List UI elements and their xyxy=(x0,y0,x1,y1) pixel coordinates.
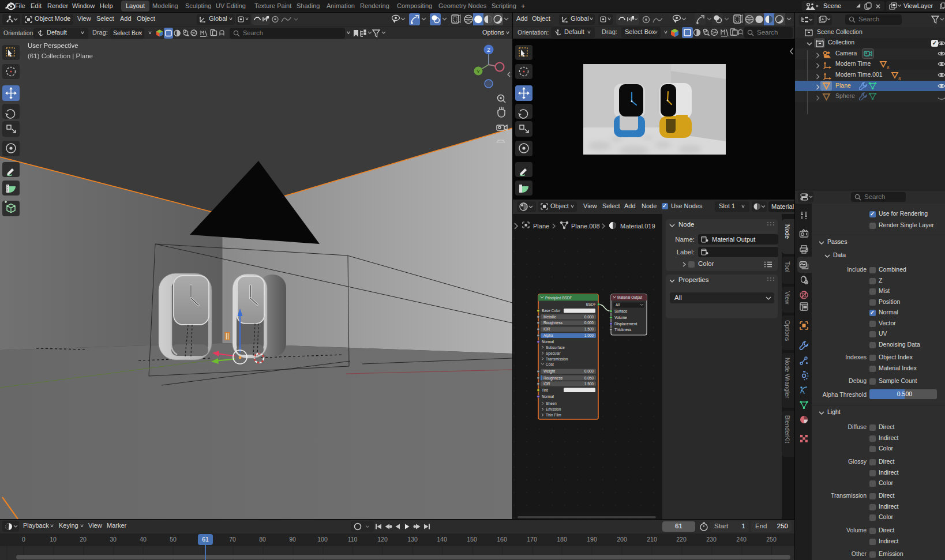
svg-text:8: 8 xyxy=(887,65,890,70)
svg-text:Plane.008: Plane.008 xyxy=(571,223,600,230)
svg-text:All: All xyxy=(616,303,620,307)
svg-text:Material Output: Material Output xyxy=(617,295,642,300)
svg-text:Roughness: Roughness xyxy=(543,321,563,325)
svg-text:IOR: IOR xyxy=(543,382,550,386)
svg-text:Thin Film: Thin Film xyxy=(546,413,561,417)
svg-text:(61) Collection | Plane: (61) Collection | Plane xyxy=(28,52,93,59)
svg-text:Sheen: Sheen xyxy=(546,401,557,405)
svg-text:Z: Z xyxy=(487,47,490,53)
svg-text:1.500: 1.500 xyxy=(584,327,594,331)
svg-text:Normal: Normal xyxy=(542,340,554,344)
svg-text:Volume: Volume xyxy=(614,315,627,320)
svg-text:IOR: IOR xyxy=(543,327,550,331)
svg-text:0.050: 0.050 xyxy=(584,376,594,380)
svg-text:BSDF: BSDF xyxy=(586,302,596,306)
svg-text:Metallic: Metallic xyxy=(543,315,557,319)
svg-text:0.000: 0.000 xyxy=(584,315,594,319)
svg-text:Normal: Normal xyxy=(542,394,554,399)
svg-text:Alpha: Alpha xyxy=(543,333,553,338)
svg-text:Thickness: Thickness xyxy=(614,328,632,332)
svg-text:Principled BSDF: Principled BSDF xyxy=(545,296,572,300)
svg-text:1.000: 1.000 xyxy=(584,333,594,337)
svg-text:Emission: Emission xyxy=(546,407,561,411)
svg-text:Base Color: Base Color xyxy=(542,309,561,313)
svg-text:0.000: 0.000 xyxy=(584,321,594,325)
svg-text:Plane: Plane xyxy=(533,223,549,230)
svg-text:Coat: Coat xyxy=(546,362,554,366)
svg-text:0.000: 0.000 xyxy=(584,369,594,373)
svg-text:1.500: 1.500 xyxy=(584,382,594,386)
svg-text:Subsurface: Subsurface xyxy=(546,345,565,349)
svg-text:User Perspective: User Perspective xyxy=(28,42,78,49)
svg-text:Tint: Tint xyxy=(542,388,548,392)
svg-text:Y: Y xyxy=(477,69,480,74)
svg-text:Surface: Surface xyxy=(614,309,628,313)
svg-text:Material.019: Material.019 xyxy=(620,223,655,230)
svg-text:Roughness: Roughness xyxy=(543,376,563,381)
svg-text:Transmission: Transmission xyxy=(546,357,568,361)
svg-text:Specular: Specular xyxy=(546,351,561,356)
svg-text:Weight: Weight xyxy=(543,369,555,374)
svg-text:Displacement: Displacement xyxy=(614,322,638,326)
